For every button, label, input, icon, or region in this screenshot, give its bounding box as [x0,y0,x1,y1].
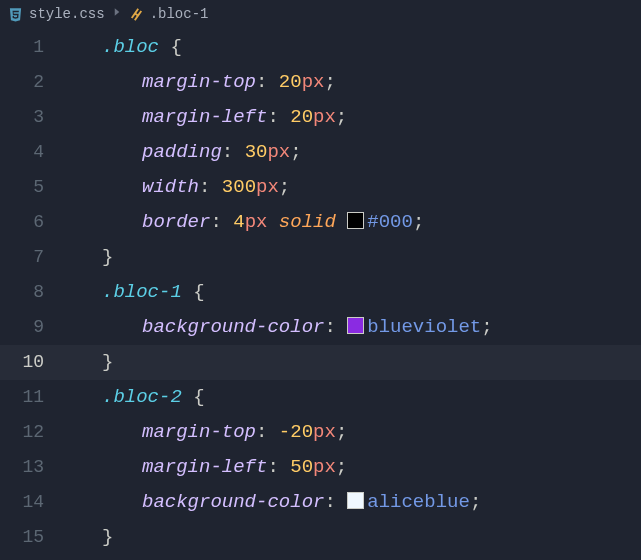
code-line[interactable]: background-color: aliceblue; [62,485,641,520]
keyword-token: solid [279,211,347,233]
line-number: 15 [0,520,44,555]
selector-token: .bloc-2 [102,386,182,408]
semicolon-token: ; [290,141,301,163]
semicolon-token: ; [279,176,290,198]
line-number: 7 [0,240,44,275]
line-number: 12 [0,415,44,450]
line-number: 13 [0,450,44,485]
line-number: 3 [0,100,44,135]
breadcrumb-symbol-label: .bloc-1 [150,6,209,22]
color-swatch [347,492,364,509]
brace-token: { [159,36,182,58]
code-line[interactable]: .bloc-2 { [62,380,641,415]
colon-token: : [324,491,347,513]
unit-token: px [313,456,336,478]
line-number: 1 [0,30,44,65]
property-token: border [142,211,210,233]
line-number: 8 [0,275,44,310]
property-token: margin-top [142,421,256,443]
brace-token: { [182,386,205,408]
code-line[interactable]: border: 4px solid #000; [62,205,641,240]
selector-token: .bloc [102,36,159,58]
property-token: width [142,176,199,198]
semicolon-token: ; [336,456,347,478]
breadcrumb-file-label: style.css [29,6,105,22]
code-line[interactable]: .bloc { [62,30,641,65]
brace-token: } [102,351,113,373]
brace-token: { [182,281,205,303]
colon-token: : [267,106,290,128]
code-line[interactable]: width: 300px; [62,170,641,205]
breadcrumb: style.css .bloc-1 [0,0,641,28]
code-line[interactable]: } [62,520,641,555]
code-line[interactable]: } [62,345,641,380]
unit-token: px [256,176,279,198]
code-editor[interactable]: 123456789101112131415 .bloc {margin-top:… [0,28,641,555]
code-line[interactable]: margin-top: -20px; [62,415,641,450]
code-line[interactable]: padding: 30px; [62,135,641,170]
breadcrumb-symbol[interactable]: .bloc-1 [129,6,209,22]
unit-token: px [302,71,325,93]
number-token: 20 [290,106,313,128]
semicolon-token: ; [413,211,424,233]
colon-token: : [199,176,222,198]
line-number: 6 [0,205,44,240]
css-file-icon [8,7,23,22]
color-token: blueviolet [367,316,481,338]
color-swatch [347,212,364,229]
line-number: 4 [0,135,44,170]
colon-token: : [210,211,233,233]
number-token: -20 [279,421,313,443]
colon-token: : [256,71,279,93]
property-token: background-color [142,491,324,513]
property-token: margin-left [142,106,267,128]
unit-token: px [313,421,336,443]
chevron-right-icon [111,6,123,22]
line-number: 5 [0,170,44,205]
code-line[interactable]: margin-left: 20px; [62,100,641,135]
number-token: 20 [279,71,302,93]
line-number: 2 [0,65,44,100]
code-area[interactable]: .bloc {margin-top: 20px;margin-left: 20p… [62,30,641,555]
semicolon-token: ; [481,316,492,338]
unit-token: px [245,211,279,233]
semicolon-token: ; [470,491,481,513]
semicolon-token: ; [324,71,335,93]
colon-token: : [267,456,290,478]
number-token: 300 [222,176,256,198]
property-token: background-color [142,316,324,338]
property-token: margin-top [142,71,256,93]
color-swatch [347,317,364,334]
semicolon-token: ; [336,421,347,443]
semicolon-token: ; [336,106,347,128]
colon-token: : [256,421,279,443]
css-rule-icon [129,7,144,22]
breadcrumb-file[interactable]: style.css [8,6,105,22]
code-line[interactable]: margin-top: 20px; [62,65,641,100]
brace-token: } [102,246,113,268]
line-number: 14 [0,485,44,520]
code-line[interactable]: .bloc-1 { [62,275,641,310]
colon-token: : [324,316,347,338]
color-token: #000 [367,211,413,233]
property-token: padding [142,141,222,163]
number-token: 4 [233,211,244,233]
unit-token: px [267,141,290,163]
unit-token: px [313,106,336,128]
color-token: aliceblue [367,491,470,513]
code-line[interactable]: background-color: blueviolet; [62,310,641,345]
line-number: 9 [0,310,44,345]
number-token: 30 [245,141,268,163]
property-token: margin-left [142,456,267,478]
line-number-gutter: 123456789101112131415 [0,30,62,555]
line-number: 11 [0,380,44,415]
selector-token: .bloc-1 [102,281,182,303]
code-line[interactable]: margin-left: 50px; [62,450,641,485]
brace-token: } [102,526,113,548]
colon-token: : [222,141,245,163]
code-line[interactable]: } [62,240,641,275]
number-token: 50 [290,456,313,478]
